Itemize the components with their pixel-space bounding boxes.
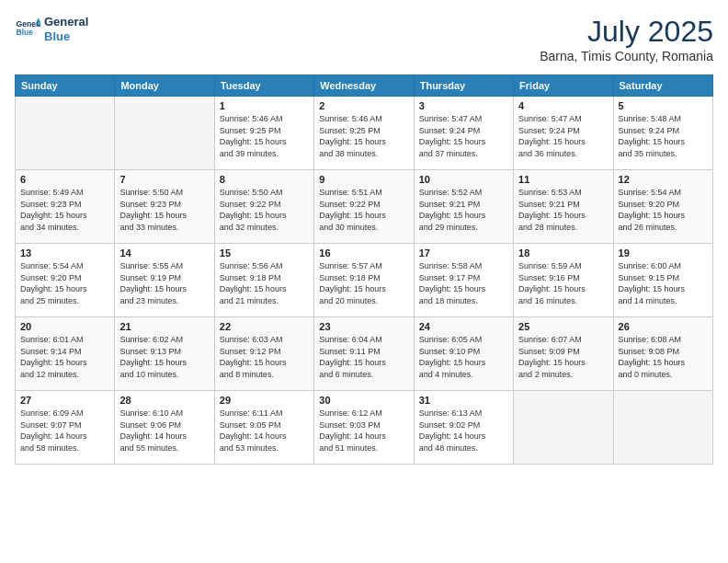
day-number: 23: [319, 321, 408, 332]
day-number: 9: [319, 174, 408, 185]
day-info: Sunrise: 6:10 AM Sunset: 9:06 PM Dayligh…: [119, 408, 209, 454]
calendar-cell: 27Sunrise: 6:09 AM Sunset: 9:07 PM Dayli…: [16, 391, 115, 465]
location: Barna, Timis County, Romania: [540, 49, 713, 63]
logo-icon: General Blue: [15, 17, 40, 42]
day-info: Sunrise: 5:49 AM Sunset: 9:23 PM Dayligh…: [20, 187, 109, 233]
day-number: 20: [20, 321, 109, 332]
day-number: 26: [619, 321, 708, 332]
day-number: 21: [119, 321, 209, 332]
logo-general: General: [44, 15, 88, 29]
day-info: Sunrise: 5:54 AM Sunset: 9:20 PM Dayligh…: [619, 187, 708, 233]
day-number: 18: [518, 247, 608, 259]
calendar-week-3: 13Sunrise: 5:54 AM Sunset: 9:20 PM Dayli…: [16, 244, 713, 317]
calendar-table: SundayMondayTuesdayWednesdayThursdayFrid…: [15, 75, 713, 465]
day-info: Sunrise: 6:09 AM Sunset: 9:07 PM Dayligh…: [20, 408, 109, 454]
calendar-week-2: 6Sunrise: 5:49 AM Sunset: 9:23 PM Daylig…: [16, 170, 713, 244]
day-number: 1: [220, 100, 309, 111]
day-number: 19: [619, 247, 708, 259]
header-monday: Monday: [115, 75, 214, 97]
calendar-header-row: SundayMondayTuesdayWednesdayThursdayFrid…: [16, 75, 713, 97]
header-thursday: Thursday: [414, 75, 513, 97]
day-number: 4: [518, 100, 608, 111]
day-info: Sunrise: 5:50 AM Sunset: 9:23 PM Dayligh…: [119, 187, 209, 233]
calendar-cell: 11Sunrise: 5:53 AM Sunset: 9:21 PM Dayli…: [514, 170, 613, 244]
logo: General Blue General Blue: [15, 15, 88, 43]
day-info: Sunrise: 6:02 AM Sunset: 9:13 PM Dayligh…: [119, 334, 209, 380]
day-number: 8: [220, 174, 309, 185]
header-sunday: Sunday: [16, 75, 115, 97]
day-number: 30: [319, 395, 408, 406]
calendar-cell: 9Sunrise: 5:51 AM Sunset: 9:22 PM Daylig…: [314, 170, 414, 244]
logo-blue: Blue: [44, 29, 88, 44]
calendar-cell: [613, 391, 712, 465]
day-info: Sunrise: 5:55 AM Sunset: 9:19 PM Dayligh…: [119, 260, 209, 306]
calendar-cell: 7Sunrise: 5:50 AM Sunset: 9:23 PM Daylig…: [115, 170, 214, 244]
day-info: Sunrise: 5:57 AM Sunset: 9:18 PM Dayligh…: [319, 260, 408, 306]
header-tuesday: Tuesday: [214, 75, 313, 97]
day-number: 10: [419, 174, 508, 185]
day-info: Sunrise: 5:47 AM Sunset: 9:24 PM Dayligh…: [518, 113, 608, 159]
header-saturday: Saturday: [613, 75, 712, 97]
calendar-cell: 25Sunrise: 6:07 AM Sunset: 9:09 PM Dayli…: [514, 317, 613, 391]
day-number: 2: [319, 100, 408, 111]
calendar-week-4: 20Sunrise: 6:01 AM Sunset: 9:14 PM Dayli…: [16, 317, 713, 391]
day-number: 13: [20, 247, 109, 259]
calendar-cell: 17Sunrise: 5:58 AM Sunset: 9:17 PM Dayli…: [414, 244, 513, 317]
calendar-cell: 1Sunrise: 5:46 AM Sunset: 9:25 PM Daylig…: [214, 97, 313, 170]
header-friday: Friday: [514, 75, 613, 97]
calendar-cell: 3Sunrise: 5:47 AM Sunset: 9:24 PM Daylig…: [414, 97, 513, 170]
calendar-week-5: 27Sunrise: 6:09 AM Sunset: 9:07 PM Dayli…: [16, 391, 713, 465]
day-info: Sunrise: 5:59 AM Sunset: 9:16 PM Dayligh…: [518, 260, 608, 306]
day-info: Sunrise: 5:50 AM Sunset: 9:22 PM Dayligh…: [220, 187, 309, 233]
calendar-cell: 16Sunrise: 5:57 AM Sunset: 9:18 PM Dayli…: [314, 244, 414, 317]
day-number: 3: [419, 100, 508, 111]
day-info: Sunrise: 5:54 AM Sunset: 9:20 PM Dayligh…: [20, 260, 109, 306]
day-number: 16: [319, 247, 408, 259]
day-info: Sunrise: 5:56 AM Sunset: 9:18 PM Dayligh…: [220, 260, 309, 306]
day-number: 28: [119, 395, 209, 406]
day-number: 5: [619, 100, 708, 111]
calendar-cell: 15Sunrise: 5:56 AM Sunset: 9:18 PM Dayli…: [214, 244, 313, 317]
day-info: Sunrise: 5:46 AM Sunset: 9:25 PM Dayligh…: [319, 113, 408, 159]
day-number: 29: [220, 395, 309, 406]
calendar-cell: 4Sunrise: 5:47 AM Sunset: 9:24 PM Daylig…: [514, 97, 613, 170]
calendar-cell: 13Sunrise: 5:54 AM Sunset: 9:20 PM Dayli…: [16, 244, 115, 317]
calendar-week-1: 1Sunrise: 5:46 AM Sunset: 9:25 PM Daylig…: [16, 97, 713, 170]
header-wednesday: Wednesday: [314, 75, 414, 97]
day-number: 25: [518, 321, 608, 332]
calendar-cell: 2Sunrise: 5:46 AM Sunset: 9:25 PM Daylig…: [314, 97, 414, 170]
calendar-cell: 30Sunrise: 6:12 AM Sunset: 9:03 PM Dayli…: [314, 391, 414, 465]
calendar-cell: 21Sunrise: 6:02 AM Sunset: 9:13 PM Dayli…: [115, 317, 214, 391]
day-info: Sunrise: 6:03 AM Sunset: 9:12 PM Dayligh…: [220, 334, 309, 380]
day-number: 31: [419, 395, 508, 406]
calendar-cell: 14Sunrise: 5:55 AM Sunset: 9:19 PM Dayli…: [115, 244, 214, 317]
day-info: Sunrise: 6:11 AM Sunset: 9:05 PM Dayligh…: [220, 408, 309, 454]
day-info: Sunrise: 5:52 AM Sunset: 9:21 PM Dayligh…: [419, 187, 508, 233]
calendar-cell: 12Sunrise: 5:54 AM Sunset: 9:20 PM Dayli…: [613, 170, 712, 244]
day-info: Sunrise: 5:47 AM Sunset: 9:24 PM Dayligh…: [419, 113, 508, 159]
day-info: Sunrise: 5:46 AM Sunset: 9:25 PM Dayligh…: [220, 113, 309, 159]
calendar-cell: 29Sunrise: 6:11 AM Sunset: 9:05 PM Dayli…: [214, 391, 313, 465]
svg-text:General: General: [17, 18, 40, 28]
day-info: Sunrise: 6:05 AM Sunset: 9:10 PM Dayligh…: [419, 334, 508, 380]
day-number: 17: [419, 247, 508, 259]
calendar-cell: 23Sunrise: 6:04 AM Sunset: 9:11 PM Dayli…: [314, 317, 414, 391]
calendar-cell: 8Sunrise: 5:50 AM Sunset: 9:22 PM Daylig…: [214, 170, 313, 244]
calendar-cell: 22Sunrise: 6:03 AM Sunset: 9:12 PM Dayli…: [214, 317, 313, 391]
calendar-cell: 19Sunrise: 6:00 AM Sunset: 9:15 PM Dayli…: [613, 244, 712, 317]
day-info: Sunrise: 6:13 AM Sunset: 9:02 PM Dayligh…: [419, 408, 508, 454]
calendar-cell: [115, 97, 214, 170]
month-title: July 2025: [540, 15, 713, 49]
day-number: 12: [619, 174, 708, 185]
day-info: Sunrise: 6:08 AM Sunset: 9:08 PM Dayligh…: [619, 334, 708, 380]
calendar-cell: 31Sunrise: 6:13 AM Sunset: 9:02 PM Dayli…: [414, 391, 513, 465]
calendar-cell: [514, 391, 613, 465]
day-info: Sunrise: 6:12 AM Sunset: 9:03 PM Dayligh…: [319, 408, 408, 454]
day-info: Sunrise: 5:51 AM Sunset: 9:22 PM Dayligh…: [319, 187, 408, 233]
calendar-cell: 24Sunrise: 6:05 AM Sunset: 9:10 PM Dayli…: [414, 317, 513, 391]
day-number: 15: [220, 247, 309, 259]
day-number: 14: [119, 247, 209, 259]
day-info: Sunrise: 5:53 AM Sunset: 9:21 PM Dayligh…: [518, 187, 608, 233]
day-number: 11: [518, 174, 608, 185]
calendar-cell: 28Sunrise: 6:10 AM Sunset: 9:06 PM Dayli…: [115, 391, 214, 465]
